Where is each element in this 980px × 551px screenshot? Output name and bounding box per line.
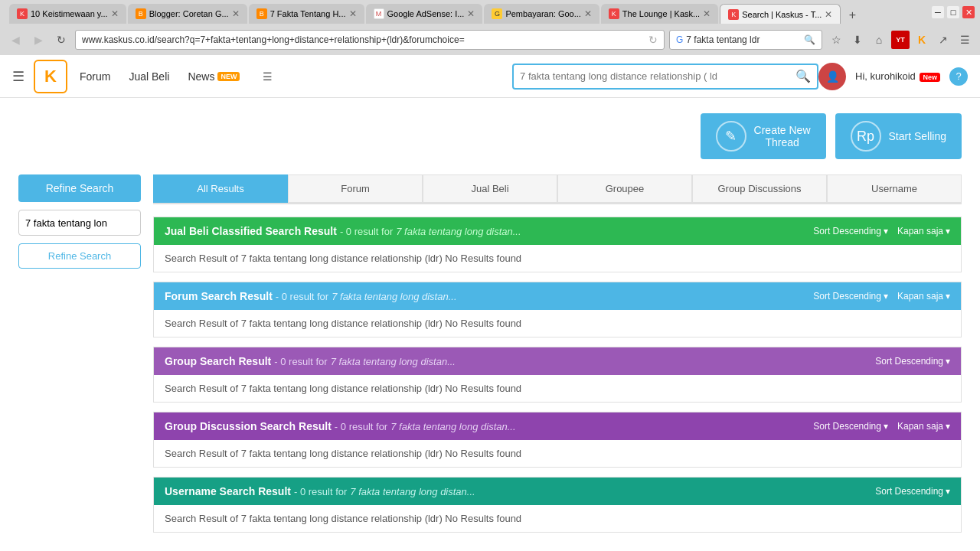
username-sort: Sort Descending (875, 486, 950, 497)
group-title: Group Search Result (165, 355, 271, 367)
search-input[interactable] (520, 70, 795, 82)
group-discussion-body: Search Result of 7 fakta tentang long di… (154, 440, 961, 467)
username-query: 7 fakta tentang long distan... (350, 486, 475, 497)
start-selling-button[interactable]: Rp Start Selling (835, 113, 962, 159)
tab-label-7: Search | Kaskus - T... (742, 10, 822, 19)
nav-more-icon[interactable]: ☰ (258, 67, 276, 86)
url-text: www.kaskus.co.id/search?q=7+fakta+tentan… (82, 34, 644, 45)
tab-close-7[interactable]: ✕ (825, 9, 832, 20)
group-discussion-query: 7 fakta tentang long distan... (390, 421, 515, 432)
username-sort-btn[interactable]: Sort Descending (875, 486, 950, 497)
forum-sort: Sort Descending Kapan saja (813, 291, 950, 302)
tab-5[interactable]: G Pembayaran: Goo... ✕ (484, 4, 599, 24)
group-discussion-prefix: - 0 result for (335, 421, 387, 432)
jual-beli-query: 7 fakta tentang long distan... (396, 226, 521, 237)
tab-6[interactable]: K The Lounge | Kask... ✕ (601, 4, 718, 24)
nav-news[interactable]: News NEW (188, 70, 240, 83)
url-bar[interactable]: www.kaskus.co.id/search?q=7+fakta+tentan… (75, 30, 665, 50)
jual-beli-prefix: - 0 result for (340, 226, 393, 237)
jual-beli-sort-btn[interactable]: Sort Descending (813, 226, 888, 236)
refresh-button[interactable]: ↻ (52, 31, 70, 49)
search-submit-icon[interactable]: 🔍 (795, 69, 811, 83)
forum-result-header: Forum Search Result - 0 result for 7 fak… (154, 282, 961, 310)
tab-groupee[interactable]: Groupee (557, 174, 692, 203)
tab-close-5[interactable]: ✕ (584, 8, 592, 19)
tab-close-6[interactable]: ✕ (703, 8, 710, 19)
settings-icon[interactable]: ☰ (956, 31, 974, 49)
tab-username[interactable]: Username (827, 174, 962, 203)
tab-label-1: 10 Keistimewaan y... (31, 9, 108, 18)
share-icon[interactable]: ↗ (934, 31, 952, 49)
title-bar: K 10 Keistimewaan y... ✕ B Blogger: Core… (0, 0, 980, 24)
group-discussion-time-btn[interactable]: Kapan saja (897, 421, 950, 432)
sell-icon: Rp (851, 121, 881, 152)
forum-query: 7 fakta tentang long distan... (332, 291, 456, 302)
jual-beli-title: Jual Beli Classified Search Result (165, 225, 337, 237)
jual-beli-body: Search Result of 7 fakta tentang long di… (154, 245, 961, 272)
tab-label-2: Blogger: Coretan G... (149, 9, 229, 18)
home-icon[interactable]: ⌂ (870, 31, 888, 49)
download-icon[interactable]: ⬇ (848, 31, 867, 49)
group-discussion-sort-btn[interactable]: Sort Descending (813, 421, 888, 432)
tab-2[interactable]: B Blogger: Coretan G... ✕ (128, 4, 247, 24)
youtube-icon[interactable]: YT (891, 31, 910, 49)
group-discussion-sort: Sort Descending Kapan saja (813, 421, 950, 432)
search-box[interactable]: 🔍 (512, 64, 818, 90)
window-controls: ─ □ ✕ (931, 6, 975, 18)
tab-favicon-2: B (136, 8, 146, 19)
tab-close-2[interactable]: ✕ (232, 8, 240, 19)
main-content: Refine Search Refine Search All Results … (0, 167, 980, 551)
forum-sort-btn[interactable]: Sort Descending (813, 291, 888, 302)
tab-close-4[interactable]: ✕ (467, 8, 475, 19)
tab-7[interactable]: K Search | Kaskus - T... ✕ (720, 4, 841, 24)
nav-jual-beli[interactable]: Jual Beli (129, 70, 169, 83)
refresh-icon: ↻ (648, 34, 658, 46)
help-button[interactable]: ? (949, 67, 968, 86)
group-sort-btn[interactable]: Sort Descending (875, 356, 950, 367)
tab-group-discussions[interactable]: Group Discussions (692, 174, 827, 203)
browser-search-bar[interactable]: G 7 fakta tentang ldr 🔍 (669, 30, 822, 50)
refine-search-button[interactable]: Refine Search (18, 243, 141, 269)
nav-forum[interactable]: Forum (80, 70, 110, 83)
tab-all-results[interactable]: All Results (153, 174, 288, 203)
tab-jual-beli[interactable]: Jual Beli (423, 174, 557, 203)
back-button[interactable]: ◀ (6, 31, 24, 49)
tab-label-6: The Lounge | Kask... (622, 9, 700, 18)
tab-forum[interactable]: Forum (288, 174, 423, 203)
forum-prefix: - 0 result for (276, 291, 328, 302)
username-prefix: - 0 result for (294, 486, 347, 497)
forum-time-btn[interactable]: Kapan saja (897, 291, 950, 302)
minimize-button[interactable]: ─ (932, 6, 944, 18)
filter-tabs: All Results Forum Jual Beli Groupee Grou… (153, 174, 962, 204)
jual-beli-result: Jual Beli Classified Search Result - 0 r… (153, 217, 962, 272)
group-discussion-title: Group Discussion Search Result (165, 420, 332, 432)
sidebar-search-input[interactable] (18, 210, 141, 236)
tab-favicon-1: K (17, 8, 28, 19)
group-discussion-result: Group Discussion Search Result - 0 resul… (153, 412, 962, 468)
tab-4[interactable]: M Google AdSense: I... ✕ (366, 4, 483, 24)
close-button[interactable]: ✕ (962, 6, 975, 18)
jual-beli-sort: Sort Descending Kapan saja (813, 226, 950, 236)
browser-search-icon[interactable]: 🔍 (804, 34, 815, 45)
browser-search-text: 7 fakta tentang ldr (686, 34, 801, 45)
browser-window: K 10 Keistimewaan y... ✕ B Blogger: Core… (0, 0, 980, 551)
tab-close-1[interactable]: ✕ (111, 8, 119, 19)
create-thread-button[interactable]: ✎ Create New Thread (701, 113, 826, 159)
kaskus-logo[interactable]: K (34, 60, 67, 93)
refine-search-top-button[interactable]: Refine Search (18, 174, 141, 202)
jual-beli-time-btn[interactable]: Kapan saja (897, 226, 950, 236)
tab-close-3[interactable]: ✕ (349, 8, 357, 19)
forward-button[interactable]: ▶ (29, 31, 47, 49)
user-avatar[interactable]: 👤 (818, 63, 846, 90)
username-result-header: Username Search Result - 0 result for 7 … (154, 478, 961, 505)
new-tab-button[interactable]: + (842, 7, 862, 24)
tab-1[interactable]: K 10 Keistimewaan y... ✕ (9, 4, 126, 24)
tab-3[interactable]: B 7 Fakta Tentang H... ✕ (249, 4, 364, 24)
star-icon[interactable]: ☆ (827, 31, 845, 49)
group-result-header: Group Search Result - 0 result for 7 fak… (154, 347, 961, 375)
kaskus-nav-icon[interactable]: K (913, 31, 931, 49)
user-greeting[interactable]: Hi, kurohikoid New (855, 70, 940, 82)
browser-navbar: ◀ ▶ ↻ www.kaskus.co.id/search?q=7+fakta+… (0, 24, 980, 55)
hamburger-menu[interactable]: ☰ (12, 68, 24, 85)
maximize-button[interactable]: □ (947, 6, 959, 18)
